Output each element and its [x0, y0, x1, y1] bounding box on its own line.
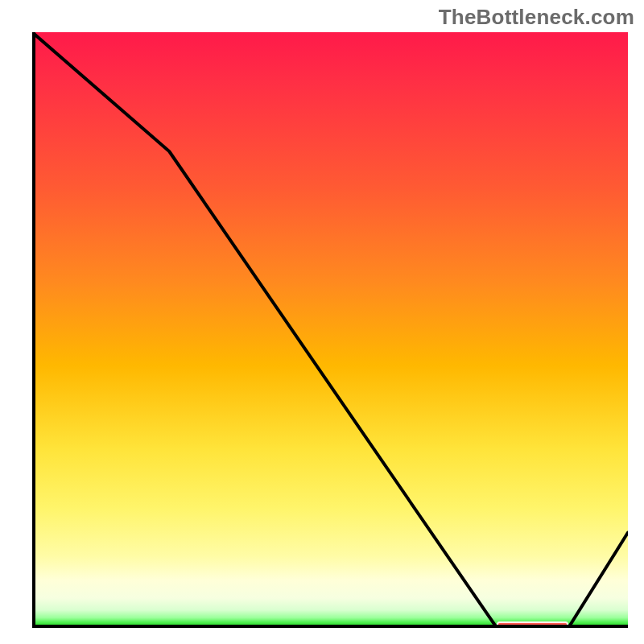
- plot-area: [32, 32, 628, 628]
- chart-container: TheBottleneck.com: [0, 0, 644, 644]
- watermark-text: TheBottleneck.com: [439, 5, 634, 30]
- bottleneck-curve: [32, 32, 628, 628]
- optimal-range-marker: [497, 621, 568, 627]
